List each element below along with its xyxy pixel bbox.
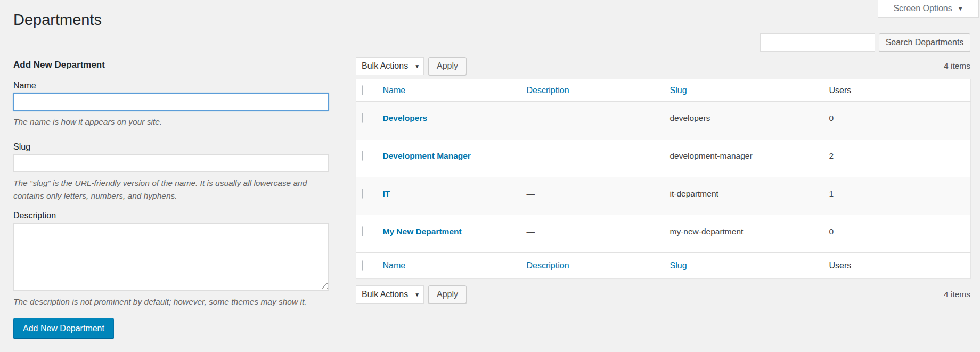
chevron-down-icon: ▼ [414,292,420,298]
search-departments-button[interactable]: Search Departments [879,33,970,52]
row-users: 2 [829,151,834,160]
row-slug: developers [670,113,710,122]
select-all-checkbox[interactable] [362,260,363,271]
row-slug: development-manager [670,151,753,160]
slug-help-text: The “slug” is the URL-friendly version o… [13,177,329,202]
row-users: 1 [829,189,834,198]
table-footer-row: Name Description Slug Users [356,253,971,279]
form-heading: Add New Department [13,60,329,70]
row-checkbox[interactable] [362,226,363,236]
row-checkbox[interactable] [362,113,363,123]
users-column-header: Users [829,86,852,95]
row-users: 0 [829,113,834,122]
screen-options-label: Screen Options [893,4,952,13]
row-checkbox[interactable] [362,189,363,199]
description-textarea[interactable] [13,223,329,291]
select-all-checkbox[interactable] [362,85,363,95]
search-input[interactable] [760,33,875,52]
sort-slug-link[interactable]: Slug [670,261,687,270]
add-new-department-button[interactable]: Add New Department [13,318,114,339]
resize-handle-icon[interactable] [322,283,328,289]
sort-name-link[interactable]: Name [383,86,406,95]
apply-button[interactable]: Apply [428,285,467,304]
chevron-down-icon: ▼ [414,63,420,69]
row-name-link[interactable]: My New Department [383,227,462,236]
row-name-link[interactable]: Development Manager [383,151,471,160]
row-slug: my-new-department [670,227,744,236]
row-description: — [527,227,535,236]
tablenav-top: Bulk Actions ▼ Apply 4 items [356,57,970,75]
sort-name-link[interactable]: Name [383,261,406,270]
description-help-text: The description is not prominent by defa… [13,296,329,308]
row-users: 0 [829,227,834,236]
apply-button[interactable]: Apply [428,57,467,75]
row-description: — [527,151,535,160]
name-help-text: The name is how it appears on your site. [13,116,329,128]
text-caret [18,96,18,108]
screen-options-tab[interactable]: Screen Options ▼ [878,0,979,18]
department-table-body: Developers — developers 0 Development Ma… [356,102,971,253]
row-description: — [527,113,535,122]
row-slug: it-department [670,189,718,198]
table-header-row: Name Description Slug Users [356,79,971,102]
items-count: 4 items [944,290,970,299]
chevron-down-icon: ▼ [958,5,963,12]
row-name-link[interactable]: Developers [383,113,428,122]
bulk-actions-label: Bulk Actions [362,61,408,71]
departments-table: Name Description Slug Users Developers —… [356,79,971,279]
bulk-actions-select[interactable]: Bulk Actions ▼ [356,285,424,304]
items-count: 4 items [944,61,970,71]
bulk-actions-select[interactable]: Bulk Actions ▼ [356,57,424,75]
table-row: Developers — developers 0 [356,102,971,140]
row-description: — [527,189,535,198]
name-label: Name [13,81,329,91]
row-name-link[interactable]: IT [383,189,390,198]
slug-label: Slug [13,142,329,152]
description-label: Description [13,211,329,220]
sort-description-link[interactable]: Description [527,86,569,95]
name-input[interactable] [13,93,329,111]
sort-description-link[interactable]: Description [527,261,569,270]
slug-input[interactable] [13,154,329,172]
table-row: Development Manager — development-manage… [356,140,971,177]
table-row: My New Department — my-new-department 0 [356,215,971,253]
sort-slug-link[interactable]: Slug [670,86,687,95]
row-checkbox[interactable] [362,151,363,161]
departments-list: Bulk Actions ▼ Apply 4 items Name Descri… [356,57,970,304]
tablenav-bottom: Bulk Actions ▼ Apply 4 items [356,285,970,304]
page-title: Departments [13,11,102,29]
bulk-actions-label: Bulk Actions [362,290,408,299]
users-column-header: Users [829,261,852,270]
table-row: IT — it-department 1 [356,177,971,215]
add-department-form: Add New Department Name The name is how … [13,58,329,339]
